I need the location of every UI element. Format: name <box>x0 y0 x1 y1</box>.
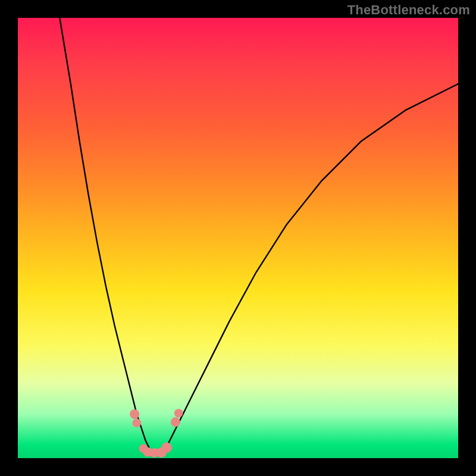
marker-dot <box>130 409 139 419</box>
plot-area <box>18 18 458 458</box>
curve-paths <box>60 18 458 455</box>
chart-frame: TheBottleneck.com <box>0 0 476 476</box>
marker-dot <box>171 417 180 427</box>
series-right-branch <box>163 84 458 454</box>
marker-dots <box>130 409 183 458</box>
series-left-branch <box>60 18 154 454</box>
marker-dot <box>132 418 141 427</box>
watermark-text: TheBottleneck.com <box>347 2 470 18</box>
marker-dot <box>161 443 171 453</box>
marker-dot <box>174 409 183 418</box>
curve-layer <box>18 18 458 458</box>
